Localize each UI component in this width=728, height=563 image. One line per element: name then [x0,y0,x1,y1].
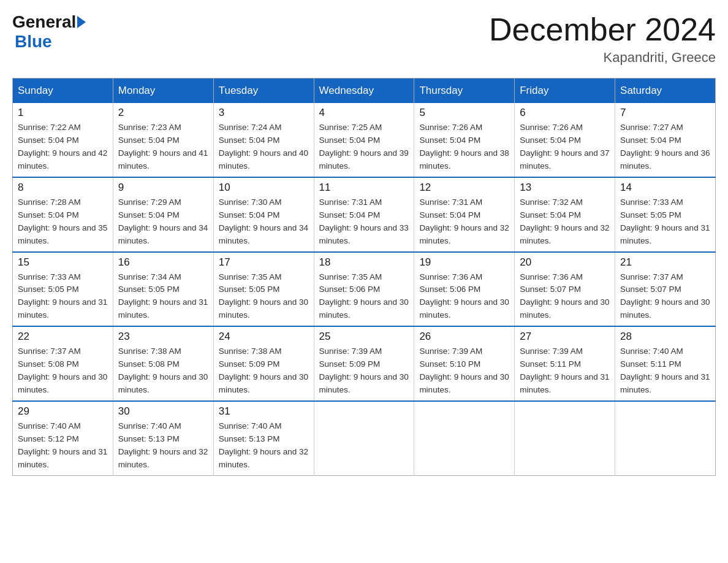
daylight: Daylight: 9 hours and 35 minutes. [18,222,108,248]
week-row: 1 Sunrise: 7:22 AM Sunset: 5:04 PM Dayli… [13,103,716,177]
daylight: Daylight: 9 hours and 42 minutes. [18,147,108,173]
daylight: Daylight: 9 hours and 39 minutes. [319,147,409,173]
day-number: 25 [319,331,409,343]
calendar-day: 9 Sunrise: 7:29 AM Sunset: 5:04 PM Dayli… [113,177,213,252]
day-info: Sunrise: 7:32 AM Sunset: 5:04 PM Dayligh… [520,196,610,248]
calendar-subtitle: Kapandriti, Greece [489,50,716,66]
sunrise: Sunrise: 7:39 AM [319,345,409,358]
title-block: December 2024 Kapandriti, Greece [489,12,716,66]
day-info: Sunrise: 7:23 AM Sunset: 5:04 PM Dayligh… [118,121,208,173]
sunset: Sunset: 5:11 PM [620,358,710,371]
day-number: 15 [18,256,108,269]
calendar-day: 11 Sunrise: 7:31 AM Sunset: 5:04 PM Dayl… [314,177,414,252]
calendar-day: 20 Sunrise: 7:36 AM Sunset: 5:07 PM Dayl… [515,252,615,327]
day-number: 14 [620,182,710,194]
calendar-day: 30 Sunrise: 7:40 AM Sunset: 5:13 PM Dayl… [113,401,213,475]
col-friday: Friday [515,79,615,104]
day-info: Sunrise: 7:39 AM Sunset: 5:09 PM Dayligh… [319,345,409,397]
daylight: Daylight: 9 hours and 31 minutes. [620,222,710,248]
day-number: 18 [319,256,409,269]
day-info: Sunrise: 7:34 AM Sunset: 5:05 PM Dayligh… [118,271,208,323]
daylight: Daylight: 9 hours and 38 minutes. [419,147,509,173]
empty-day [515,401,615,475]
calendar-day: 22 Sunrise: 7:37 AM Sunset: 5:08 PM Dayl… [13,326,113,401]
sunrise: Sunrise: 7:40 AM [18,420,108,433]
day-number: 1 [18,107,108,119]
day-number: 13 [520,182,610,194]
sunrise: Sunrise: 7:35 AM [319,271,409,284]
day-info: Sunrise: 7:36 AM Sunset: 5:06 PM Dayligh… [419,271,509,323]
logo-arrow-icon [77,16,86,28]
calendar-day: 12 Sunrise: 7:31 AM Sunset: 5:04 PM Dayl… [414,177,515,252]
day-info: Sunrise: 7:39 AM Sunset: 5:11 PM Dayligh… [520,345,610,397]
sunrise: Sunrise: 7:31 AM [319,196,409,209]
calendar-day: 31 Sunrise: 7:40 AM Sunset: 5:13 PM Dayl… [213,401,314,475]
sunset: Sunset: 5:12 PM [18,433,108,446]
calendar-day: 25 Sunrise: 7:39 AM Sunset: 5:09 PM Dayl… [314,326,414,401]
daylight: Daylight: 9 hours and 37 minutes. [520,147,610,173]
sunrise: Sunrise: 7:39 AM [520,345,610,358]
sunrise: Sunrise: 7:33 AM [620,196,710,209]
sunrise: Sunrise: 7:35 AM [219,271,309,284]
sunrise: Sunrise: 7:27 AM [620,121,710,134]
day-info: Sunrise: 7:29 AM Sunset: 5:04 PM Dayligh… [118,196,208,248]
calendar-day: 26 Sunrise: 7:39 AM Sunset: 5:10 PM Dayl… [414,326,515,401]
day-number: 17 [219,256,309,269]
day-info: Sunrise: 7:31 AM Sunset: 5:04 PM Dayligh… [319,196,409,248]
day-info: Sunrise: 7:38 AM Sunset: 5:09 PM Dayligh… [219,345,309,397]
sunrise: Sunrise: 7:29 AM [118,196,208,209]
day-number: 26 [419,331,509,343]
sunrise: Sunrise: 7:37 AM [620,271,710,284]
calendar-day: 19 Sunrise: 7:36 AM Sunset: 5:06 PM Dayl… [414,252,515,327]
calendar-day: 13 Sunrise: 7:32 AM Sunset: 5:04 PM Dayl… [515,177,615,252]
sunset: Sunset: 5:05 PM [219,283,309,296]
calendar-day: 7 Sunrise: 7:27 AM Sunset: 5:04 PM Dayli… [615,103,716,177]
sunrise: Sunrise: 7:34 AM [118,271,208,284]
day-number: 29 [18,405,108,418]
sunrise: Sunrise: 7:36 AM [419,271,509,284]
sunset: Sunset: 5:13 PM [118,433,208,446]
daylight: Daylight: 9 hours and 30 minutes. [219,296,309,322]
day-number: 6 [520,107,610,119]
calendar-day: 2 Sunrise: 7:23 AM Sunset: 5:04 PM Dayli… [113,103,213,177]
day-number: 5 [419,107,509,119]
daylight: Daylight: 9 hours and 31 minutes. [620,371,710,397]
sunrise: Sunrise: 7:30 AM [219,196,309,209]
day-info: Sunrise: 7:40 AM Sunset: 5:13 PM Dayligh… [219,420,309,472]
day-info: Sunrise: 7:40 AM Sunset: 5:11 PM Dayligh… [620,345,710,397]
day-number: 7 [620,107,710,119]
day-number: 22 [18,331,108,343]
calendar-day: 18 Sunrise: 7:35 AM Sunset: 5:06 PM Dayl… [314,252,414,327]
col-tuesday: Tuesday [213,79,314,104]
col-sunday: Sunday [13,79,113,104]
daylight: Daylight: 9 hours and 30 minutes. [419,296,509,322]
sunrise: Sunrise: 7:28 AM [18,196,108,209]
sunset: Sunset: 5:04 PM [118,134,208,147]
sunrise: Sunrise: 7:36 AM [520,271,610,284]
calendar-day: 4 Sunrise: 7:25 AM Sunset: 5:04 PM Dayli… [314,103,414,177]
sunrise: Sunrise: 7:32 AM [520,196,610,209]
sunrise: Sunrise: 7:22 AM [18,121,108,134]
day-info: Sunrise: 7:30 AM Sunset: 5:04 PM Dayligh… [219,196,309,248]
logo-general: General [12,12,87,32]
daylight: Daylight: 9 hours and 30 minutes. [419,371,509,397]
sunset: Sunset: 5:05 PM [620,209,710,222]
calendar-table: Sunday Monday Tuesday Wednesday Thursday… [12,78,716,475]
sunset: Sunset: 5:04 PM [319,209,409,222]
calendar-day: 15 Sunrise: 7:33 AM Sunset: 5:05 PM Dayl… [13,252,113,327]
col-wednesday: Wednesday [314,79,414,104]
calendar-day: 1 Sunrise: 7:22 AM Sunset: 5:04 PM Dayli… [13,103,113,177]
day-number: 16 [118,256,208,269]
daylight: Daylight: 9 hours and 33 minutes. [319,222,409,248]
empty-day [615,401,716,475]
day-info: Sunrise: 7:36 AM Sunset: 5:07 PM Dayligh… [520,271,610,323]
calendar-day: 10 Sunrise: 7:30 AM Sunset: 5:04 PM Dayl… [213,177,314,252]
day-info: Sunrise: 7:27 AM Sunset: 5:04 PM Dayligh… [620,121,710,173]
week-row: 15 Sunrise: 7:33 AM Sunset: 5:05 PM Dayl… [13,252,716,327]
sunset: Sunset: 5:04 PM [419,209,509,222]
sunset: Sunset: 5:06 PM [419,283,509,296]
day-info: Sunrise: 7:37 AM Sunset: 5:08 PM Dayligh… [18,345,108,397]
day-number: 21 [620,256,710,269]
empty-day [414,401,515,475]
sunset: Sunset: 5:07 PM [520,283,610,296]
